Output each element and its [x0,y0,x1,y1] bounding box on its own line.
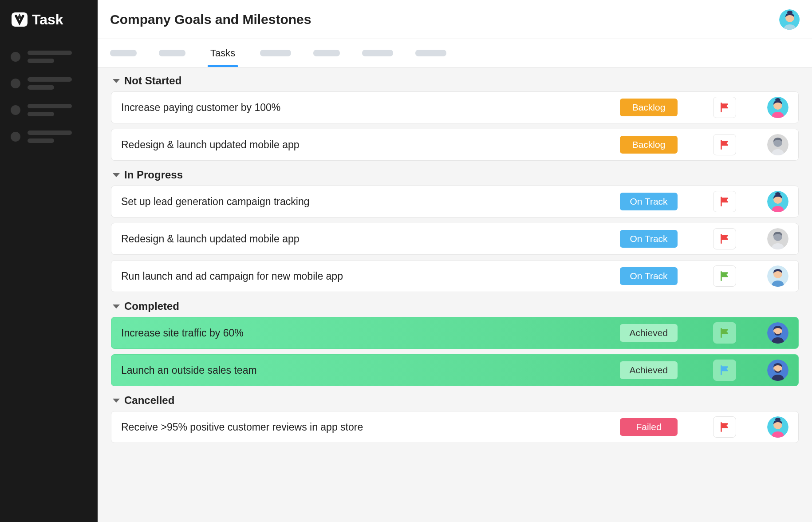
task-title: Receive >95% positive customer reviews i… [121,421,620,433]
tab-placeholder[interactable] [260,50,291,56]
task-title: Increase site traffic by 60% [121,327,620,339]
chevron-down-icon [113,173,120,177]
svg-point-22 [775,418,780,421]
task-row[interactable]: Set up lead generation campaign tracking… [111,186,799,218]
task-title: Increase paying customer by 100% [121,102,620,114]
section-header[interactable]: Cancelled [111,394,799,407]
flag-icon [719,421,730,433]
svg-point-6 [775,98,780,102]
tab-placeholder[interactable] [159,50,185,56]
brand-name: Task [32,12,63,28]
flag-icon [719,270,730,282]
sidebar-header: Task [0,0,98,39]
flag-button[interactable] [713,191,736,212]
section-header[interactable]: Completed [111,300,799,312]
task-title: Redesign & launch updated mobile app [121,139,620,151]
section: Completed Increase site traffic by 60% A… [111,300,799,386]
task-status-badge: Achieved [620,361,678,379]
assignee-avatar[interactable] [767,97,788,118]
flag-icon [719,139,730,150]
svg-point-11 [775,192,780,196]
task-status-badge: On Track [620,193,678,210]
brand-logo[interactable]: Task [11,11,63,28]
tab-placeholder[interactable] [415,50,446,56]
assignee-avatar[interactable] [767,416,788,438]
section-title: Completed [124,300,179,312]
section-title: In Progress [124,169,183,181]
task-row[interactable]: Increase paying customer by 100% Backlog [111,91,799,123]
flag-button[interactable] [713,134,736,155]
flag-button[interactable] [713,322,736,344]
section: Not Started Increase paying customer by … [111,75,799,161]
page-title: Company Goals and Milestones [110,12,311,27]
sidebar-item[interactable] [11,104,87,116]
flag-icon [719,102,730,113]
task-title: Redesign & launch updated mobile app [121,233,620,245]
tab-placeholder[interactable] [110,50,137,56]
section: Cancelled Receive >95% positive customer… [111,394,799,443]
task-status-badge: Backlog [620,99,678,116]
flag-icon [719,327,730,339]
logo-icon [11,11,28,28]
task-status-badge: On Track [620,230,678,248]
assignee-avatar[interactable] [767,134,788,155]
chevron-down-icon [113,399,120,403]
header: Company Goals and Milestones [98,0,812,39]
chevron-down-icon [113,304,120,308]
sidebar: Task [0,0,98,522]
assignee-avatar[interactable] [767,360,788,381]
main: Company Goals and Milestones Tasks Not S… [98,0,812,522]
svg-point-3 [787,11,792,14]
task-row[interactable]: Run launch and ad campaign for new mobil… [111,260,799,292]
task-title: Launch an outside sales team [121,364,620,376]
section: In Progress Set up lead generation campa… [111,169,799,292]
flag-icon [719,233,730,245]
sidebar-item[interactable] [11,51,87,63]
task-row[interactable]: Receive >95% positive customer reviews i… [111,411,799,443]
task-row[interactable]: Redesign & launch updated mobile app On … [111,223,799,255]
sidebar-item[interactable] [11,130,87,143]
assignee-avatar[interactable] [767,191,788,212]
task-status-badge: On Track [620,267,678,285]
task-title: Set up lead generation campaign tracking [121,196,620,208]
sidebar-nav [0,39,98,154]
flag-button[interactable] [713,360,736,381]
chevron-down-icon [113,79,120,83]
tabs: Tasks [98,39,812,67]
section-header[interactable]: In Progress [111,169,799,181]
content: Not Started Increase paying customer by … [98,67,812,522]
user-avatar[interactable] [779,9,800,30]
task-row[interactable]: Redesign & launch updated mobile app Bac… [111,129,799,161]
flag-button[interactable] [713,97,736,118]
tab-tasks[interactable]: Tasks [208,39,238,67]
assignee-avatar[interactable] [767,322,788,344]
section-title: Cancelled [124,394,174,407]
assignee-avatar[interactable] [767,228,788,249]
section-title: Not Started [124,75,181,87]
flag-icon [719,196,730,207]
section-header[interactable]: Not Started [111,75,799,87]
task-status-badge: Failed [620,418,678,436]
tab-placeholder[interactable] [313,50,340,56]
flag-button[interactable] [713,265,736,287]
task-title: Run launch and ad campaign for new mobil… [121,270,620,282]
sidebar-item[interactable] [11,77,87,90]
task-row[interactable]: Launch an outside sales team Achieved [111,354,799,386]
task-row[interactable]: Increase site traffic by 60% Achieved [111,317,799,349]
task-status-badge: Achieved [620,324,678,342]
flag-icon [719,364,730,376]
flag-button[interactable] [713,416,736,438]
tab-placeholder[interactable] [362,50,393,56]
assignee-avatar[interactable] [767,265,788,287]
task-status-badge: Backlog [620,136,678,154]
flag-button[interactable] [713,228,736,249]
